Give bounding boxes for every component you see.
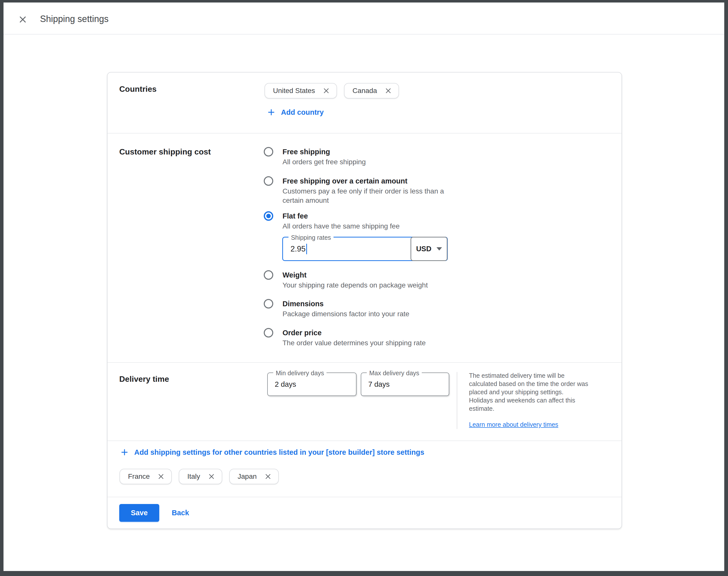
option-title: Free shipping (283, 147, 366, 156)
option-description: All orders get free shipping (283, 157, 366, 167)
plus-icon (120, 448, 129, 457)
close-icon (264, 473, 272, 480)
min-delivery-days-value: 2 days (275, 373, 296, 396)
option-order-price: Order price The order value determines y… (264, 328, 426, 347)
divider (108, 440, 621, 441)
option-title: Dimensions (283, 299, 409, 309)
vertical-divider (457, 372, 457, 429)
option-free-shipping: Free shipping All orders get free shippi… (264, 147, 366, 167)
footer-actions: Save Back (119, 504, 189, 522)
country-chip-italy: Italy (179, 469, 222, 484)
remove-country-button[interactable] (208, 473, 215, 480)
text-cursor (306, 244, 307, 254)
max-delivery-days-value: 7 days (368, 373, 389, 396)
save-button[interactable]: Save (119, 504, 159, 522)
radio-free-shipping[interactable] (264, 147, 273, 156)
currency-select[interactable]: USD (410, 237, 447, 261)
divider (108, 497, 621, 497)
option-dimensions: Dimensions Package dimensions factor int… (264, 299, 409, 318)
chip-label: Canada (352, 87, 377, 95)
option-flat-fee: Flat fee All orders have the same shippi… (264, 211, 400, 231)
shipping-rate-value-wrap: 2.95 (291, 237, 307, 260)
other-country-chip-row: France Italy Japan (119, 469, 279, 484)
option-description: Your shipping rate depends on package we… (283, 281, 428, 290)
page-title: Shipping settings (40, 14, 109, 24)
option-text: Free shipping All orders get free shippi… (283, 147, 366, 167)
countries-label: Countries (119, 85, 156, 93)
divider (108, 133, 621, 134)
option-text: Dimensions Package dimensions factor int… (283, 299, 409, 318)
add-other-countries-button[interactable]: Add shipping settings for other countrie… (120, 448, 424, 457)
option-title: Weight (283, 270, 428, 280)
add-country-button[interactable]: Add country (267, 108, 324, 117)
remove-country-button[interactable] (157, 473, 165, 480)
back-button-label: Back (172, 509, 189, 517)
country-chip-japan: Japan (229, 469, 279, 484)
country-chip-france: France (119, 469, 172, 484)
dialog: Shipping settings Countries United State… (3, 2, 724, 571)
close-icon (384, 87, 392, 94)
back-button[interactable]: Back (172, 509, 189, 517)
add-other-countries-label: Add shipping settings for other countrie… (134, 448, 424, 457)
shipping-rate-field[interactable]: Shipping rates 2.95 USD (282, 237, 448, 261)
settings-card: Countries United States Canada (107, 72, 622, 529)
option-description: Customers pay a fee only if their order … (283, 186, 444, 205)
remove-country-button[interactable] (384, 87, 392, 94)
divider (108, 362, 621, 363)
option-description: All orders have the same shipping fee (283, 222, 400, 231)
chip-label: United States (273, 87, 315, 95)
option-description: Package dimensions factor into your rate (283, 309, 409, 318)
option-text: Weight Your shipping rate depends on pac… (283, 270, 428, 290)
max-delivery-days-field[interactable]: Max delivery days 7 days (361, 373, 449, 396)
save-button-label: Save (131, 509, 148, 517)
close-icon (157, 473, 165, 480)
option-text: Flat fee All orders have the same shippi… (283, 211, 400, 231)
radio-free-over-amount[interactable] (264, 176, 273, 186)
country-chip-row: United States Canada (264, 83, 399, 98)
dialog-header: Shipping settings (3, 2, 724, 34)
country-chip-canada: Canada (344, 83, 399, 98)
close-icon (322, 87, 330, 94)
option-weight: Weight Your shipping rate depends on pac… (264, 270, 428, 290)
delivery-time-note: The estimated delivery time will be calc… (469, 372, 614, 413)
option-text: Free shipping over a certain amount Cust… (283, 176, 444, 205)
option-title: Flat fee (283, 211, 400, 221)
close-button[interactable] (18, 15, 28, 25)
shipping-rate-value: 2.95 (291, 244, 305, 254)
option-title: Free shipping over a certain amount (283, 176, 444, 186)
add-country-label: Add country (281, 108, 324, 117)
close-icon (208, 473, 215, 480)
remove-country-button[interactable] (264, 473, 272, 480)
plus-icon (267, 108, 275, 116)
radio-flat-fee[interactable] (264, 211, 273, 221)
delivery-time-label: Delivery time (119, 374, 169, 383)
option-text: Order price The order value determines y… (283, 328, 426, 347)
country-chip-united-states: United States (264, 83, 337, 98)
learn-more-link[interactable]: Learn more about delivery times (469, 421, 558, 429)
radio-dimensions[interactable] (264, 299, 273, 309)
min-delivery-days-field[interactable]: Min delivery days 2 days (267, 373, 356, 396)
chip-label: Italy (187, 472, 200, 481)
shipping-cost-label: Customer shipping cost (119, 147, 211, 156)
option-free-over-amount: Free shipping over a certain amount Cust… (264, 176, 444, 205)
chip-label: France (128, 472, 150, 481)
option-description: The order value determines your shipping… (283, 338, 426, 347)
chevron-down-icon (437, 247, 442, 251)
chip-label: Japan (238, 472, 257, 481)
radio-weight[interactable] (264, 270, 273, 280)
remove-country-button[interactable] (322, 87, 330, 94)
radio-order-price[interactable] (264, 328, 273, 338)
option-title: Order price (283, 328, 426, 338)
currency-value: USD (416, 245, 431, 253)
close-icon (18, 15, 27, 24)
